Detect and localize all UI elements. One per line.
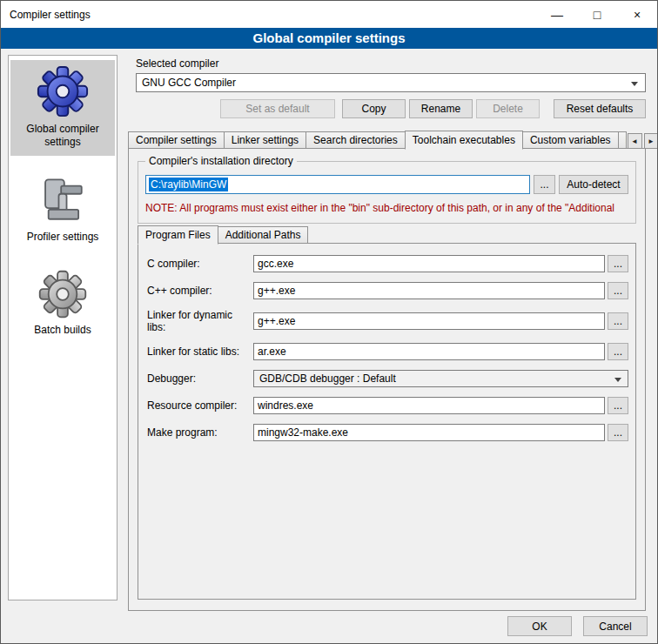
gear-gray-icon [37, 269, 88, 319]
close-button[interactable]: × [617, 1, 657, 28]
tab-program-files[interactable]: Program Files [138, 225, 218, 245]
window-title: Compiler settings [1, 9, 537, 21]
ok-button[interactable]: OK [507, 616, 572, 636]
browse-button[interactable]: ... [608, 312, 628, 330]
sidebar-item-global-compiler-settings[interactable]: Global compiler settings [10, 60, 115, 156]
installation-directory-row: C:\raylib\MinGW ... Auto-detect [145, 175, 628, 194]
sub-tab-bar: Program Files Additional Paths [138, 225, 307, 244]
debugger-select-value: GDB/CDB debugger : Default [259, 372, 396, 385]
auto-detect-button[interactable]: Auto-detect [559, 175, 628, 194]
table-row: Debugger: GDB/CDB debugger : Default [147, 370, 628, 387]
main-content: Selected compiler GNU GCC Compiler Set a… [128, 53, 646, 614]
sidebar-item-batch-builds[interactable]: Batch builds [10, 265, 115, 344]
program-files-panel: C compiler: ... C++ compiler: ... Linker… [138, 243, 636, 600]
tab-scroll-arrows: ◄ ► [626, 133, 658, 149]
minimize-button[interactable]: — [537, 1, 577, 28]
c-compiler-input[interactable] [253, 255, 605, 272]
sidebar-item-label: Batch builds [34, 324, 91, 337]
tab-linker-settings[interactable]: Linker settings [224, 131, 306, 149]
tab-compiler-settings[interactable]: Compiler settings [128, 131, 225, 149]
profiler-icon [37, 174, 88, 226]
linker-static-input[interactable] [253, 343, 605, 360]
cpp-compiler-label: C++ compiler: [147, 285, 253, 297]
chevron-down-icon [614, 378, 621, 382]
tab-custom-variables[interactable]: Custom variables [522, 131, 619, 149]
sidebar-item-profiler-settings[interactable]: Profiler settings [10, 170, 115, 251]
debugger-label: Debugger: [147, 372, 253, 385]
rename-button[interactable]: Rename [409, 99, 473, 118]
toolchain-fields: C compiler: ... C++ compiler: ... Linker… [138, 244, 635, 441]
title-bar: Compiler settings — □ × [1, 1, 657, 28]
make-program-input[interactable] [253, 424, 605, 441]
browse-button[interactable]: ... [608, 255, 628, 272]
gear-blue-icon [36, 64, 90, 118]
window-controls: — □ × [537, 1, 657, 28]
install-dir-value: C:\raylib\MinGW [149, 178, 228, 191]
table-row: Resource compiler: ... [147, 397, 628, 414]
browse-button[interactable]: ... [608, 424, 628, 441]
maximize-button[interactable]: □ [577, 1, 617, 28]
delete-button[interactable]: Delete [476, 99, 540, 118]
browse-install-dir-button[interactable]: ... [534, 175, 555, 194]
compiler-settings-window: Compiler settings — □ × Global compiler … [0, 0, 658, 644]
browse-button[interactable]: ... [608, 343, 628, 360]
linker-dynamic-label: Linker for dynamic libs: [147, 309, 253, 333]
compiler-select-value: GNU GCC Compiler [142, 77, 236, 89]
page-title: Global compiler settings [1, 28, 657, 49]
make-program-label: Make program: [147, 426, 253, 439]
reset-defaults-button[interactable]: Reset defaults [554, 99, 646, 118]
compiler-action-buttons: Set as default Copy Rename Delete Reset … [136, 99, 646, 118]
tab-bar: Compiler settings Linker settings Search… [128, 130, 646, 149]
cancel-button[interactable]: Cancel [583, 616, 648, 636]
table-row: Linker for dynamic libs: ... [147, 309, 628, 333]
chevron-down-icon [631, 82, 638, 86]
installation-directory-group-title: Compiler's installation directory [145, 155, 297, 167]
linker-static-label: Linker for static libs: [147, 345, 253, 358]
settings-category-sidebar: Global compiler settings Profiler settin… [8, 55, 118, 600]
sidebar-item-label: Global compiler settings [12, 123, 113, 149]
debugger-select[interactable]: GDB/CDB debugger : Default [253, 370, 628, 387]
tab-scroll-right-button[interactable]: ► [644, 133, 658, 149]
copy-button[interactable]: Copy [342, 99, 406, 118]
resource-compiler-label: Resource compiler: [147, 399, 253, 412]
c-compiler-label: C compiler: [147, 258, 253, 270]
note-text: NOTE: All programs must exist either in … [145, 202, 635, 214]
table-row: C++ compiler: ... [147, 282, 628, 299]
tab-search-directories[interactable]: Search directories [306, 131, 406, 149]
selected-compiler-label: Selected compiler [136, 57, 218, 70]
table-row: Linker for static libs: ... [147, 343, 628, 360]
browse-button[interactable]: ... [608, 282, 628, 299]
tab-scroll-left-button[interactable]: ◄ [628, 133, 642, 149]
installation-directory-group: Compiler's installation directory C:\ray… [138, 161, 636, 224]
install-dir-input[interactable]: C:\raylib\MinGW [145, 175, 530, 194]
sidebar-item-label: Profiler settings [27, 231, 99, 244]
table-row: Make program: ... [147, 424, 628, 441]
tab-toolchain-executables[interactable]: Toolchain executables [405, 131, 523, 150]
table-row: C compiler: ... [147, 255, 628, 272]
linker-dynamic-input[interactable] [253, 312, 605, 330]
browse-button[interactable]: ... [608, 397, 628, 414]
resource-compiler-input[interactable] [253, 397, 605, 414]
cpp-compiler-input[interactable] [253, 282, 605, 299]
toolchain-executables-panel: Compiler's installation directory C:\ray… [128, 148, 646, 611]
set-as-default-button[interactable]: Set as default [220, 99, 335, 118]
compiler-select[interactable]: GNU GCC Compiler [136, 73, 646, 92]
tab-additional-paths[interactable]: Additional Paths [218, 226, 309, 244]
dialog-footer: OK Cancel [507, 616, 648, 636]
